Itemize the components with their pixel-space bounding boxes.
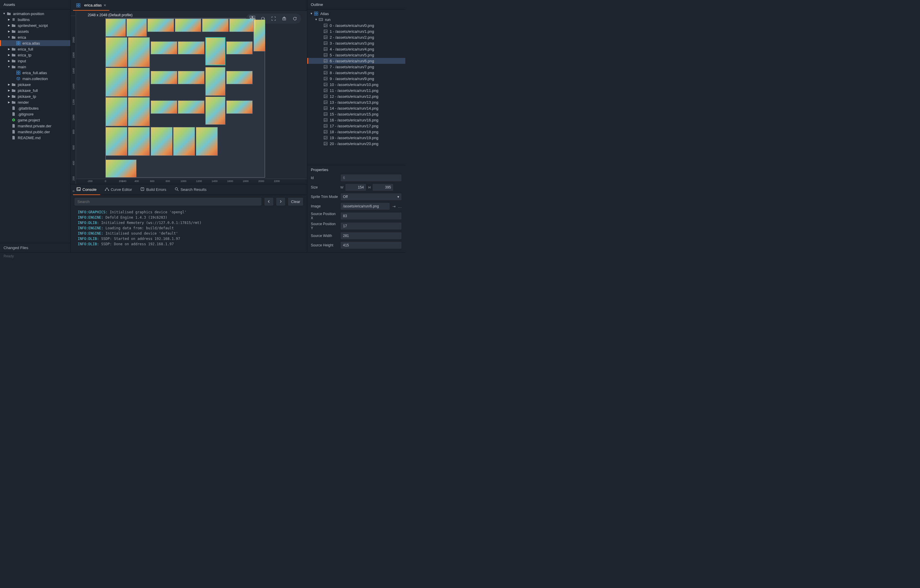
prop-image-goto-icon[interactable]: ⇥ bbox=[392, 204, 395, 209]
caret-down-icon[interactable]: ▼ bbox=[309, 12, 313, 15]
outline-item-frame-13[interactable]: 13 - /assets/erica/run/13.png bbox=[307, 99, 405, 105]
sprite-frame[interactable] bbox=[178, 71, 204, 84]
asset-item--gitignore[interactable]: .gitignore bbox=[0, 111, 70, 117]
caret-down-icon[interactable]: ▼ bbox=[7, 65, 11, 68]
sprite-frame[interactable] bbox=[151, 71, 177, 84]
caret-down-icon[interactable]: ▼ bbox=[7, 36, 11, 39]
sprite-frame[interactable] bbox=[178, 41, 204, 55]
asset-item-builtins[interactable]: ▶builtins bbox=[0, 16, 70, 23]
asset-item-erica-full[interactable]: ▶erica_full bbox=[0, 46, 70, 52]
caret-right-icon[interactable]: ▶ bbox=[7, 47, 11, 51]
sprite-frame[interactable] bbox=[105, 68, 127, 97]
asset-item-spritesheet-script[interactable]: ▶spritesheet_script bbox=[0, 23, 70, 28]
outline-item-run[interactable]: ▼run bbox=[307, 16, 405, 23]
caret-right-icon[interactable]: ▶ bbox=[7, 59, 11, 63]
asset-item-erica-atlas[interactable]: erica.atlas bbox=[0, 40, 70, 46]
asset-item-main-collection[interactable]: main.collection bbox=[0, 76, 70, 81]
asset-item-manifest-private-der[interactable]: manifest.private.der bbox=[0, 123, 70, 129]
sprite-frame[interactable] bbox=[128, 68, 150, 97]
asset-item-erica-full-atlas[interactable]: erica_full.atlas bbox=[0, 70, 70, 76]
outline-item-frame-18[interactable]: 18 - /assets/erica/run/18.png bbox=[307, 129, 405, 135]
outline-item-frame-0[interactable]: 0 - /assets/erica/run/0.png bbox=[307, 23, 405, 28]
sprite-frame[interactable] bbox=[105, 160, 136, 178]
sprite-frame[interactable] bbox=[128, 97, 150, 126]
outline-item-frame-6[interactable]: 6 - /assets/erica/run/6.png bbox=[307, 58, 405, 64]
bottom-tab-build-errors[interactable]: Build Errors bbox=[137, 185, 170, 195]
console-prev-button[interactable] bbox=[264, 198, 274, 206]
outline-item-frame-12[interactable]: 12 - /assets/erica/run/12.png bbox=[307, 93, 405, 99]
perspective-tool-icon[interactable] bbox=[281, 15, 287, 22]
caret-right-icon[interactable]: ▶ bbox=[7, 83, 11, 86]
asset-item-pickaxe-tp[interactable]: ▶pickaxe_tp bbox=[0, 93, 70, 99]
caret-right-icon[interactable]: ▶ bbox=[7, 89, 11, 92]
sprite-frame[interactable] bbox=[205, 67, 226, 96]
caret-down-icon[interactable]: ▼ bbox=[314, 18, 318, 21]
caret-right-icon[interactable]: ▶ bbox=[7, 94, 11, 98]
outline-item-frame-20[interactable]: 20 - /assets/erica/run/20.png bbox=[307, 141, 405, 147]
prop-sh-input[interactable] bbox=[340, 241, 402, 249]
console-search-input[interactable] bbox=[74, 198, 262, 206]
sprite-frame[interactable] bbox=[205, 37, 226, 65]
sprite-frame[interactable] bbox=[253, 19, 265, 52]
console-log[interactable]: INFO:GRAPHICS: Initialised graphics devi… bbox=[71, 208, 307, 252]
asset-item-main[interactable]: ▼main bbox=[0, 64, 70, 70]
caret-right-icon[interactable]: ▶ bbox=[7, 18, 11, 21]
asset-item-erica-tp[interactable]: ▶erica_tp bbox=[0, 52, 70, 58]
frame-tool-icon[interactable] bbox=[270, 15, 277, 22]
outline-item-frame-17[interactable]: 17 - /assets/erica/run/17.png bbox=[307, 123, 405, 129]
outline-tree[interactable]: ▼Atlas▼run0 - /assets/erica/run/0.png1 -… bbox=[307, 10, 405, 165]
sprite-frame[interactable] bbox=[105, 97, 127, 126]
sprite-frame[interactable] bbox=[196, 127, 218, 156]
outline-item-frame-1[interactable]: 1 - /assets/erica/run/1.png bbox=[307, 28, 405, 34]
outline-item-frame-14[interactable]: 14 - /assets/erica/run/14.png bbox=[307, 105, 405, 111]
asset-item-input[interactable]: ▶input bbox=[0, 58, 70, 64]
close-tab-icon[interactable]: ✕ bbox=[104, 3, 106, 7]
asset-item-game-project[interactable]: game.project bbox=[0, 117, 70, 123]
asset-item-erica[interactable]: ▼erica bbox=[0, 34, 70, 40]
sprite-frame[interactable] bbox=[178, 100, 204, 114]
bottom-tab-console[interactable]: Console bbox=[73, 185, 100, 195]
outline-item-frame-19[interactable]: 19 - /assets/erica/run/19.png bbox=[307, 135, 405, 141]
asset-item-animation-position[interactable]: ▼animation-position bbox=[0, 11, 70, 16]
asset-item-assets[interactable]: ▶assets bbox=[0, 28, 70, 34]
sprite-frame[interactable] bbox=[202, 19, 229, 32]
outline-item-frame-11[interactable]: 11 - /assets/erica/run/11.png bbox=[307, 87, 405, 93]
caret-down-icon[interactable]: ▼ bbox=[2, 12, 6, 15]
asset-item-render[interactable]: ▶render bbox=[0, 99, 70, 105]
outline-item-frame-8[interactable]: 8 - /assets/erica/run/8.png bbox=[307, 70, 405, 76]
sprite-frame[interactable] bbox=[128, 127, 150, 156]
sprite-frame[interactable] bbox=[173, 127, 195, 156]
bottom-tab-curve-editor[interactable]: Curve Editor bbox=[101, 185, 136, 195]
caret-right-icon[interactable]: ▶ bbox=[7, 53, 11, 57]
prop-image-input[interactable] bbox=[340, 202, 390, 210]
prop-trim-select[interactable]: Off ▾ bbox=[340, 193, 402, 201]
caret-right-icon[interactable]: ▶ bbox=[7, 24, 11, 27]
outline-item-frame-5[interactable]: 5 - /assets/erica/run/5.png bbox=[307, 52, 405, 58]
console-clear-button[interactable]: Clear bbox=[288, 198, 303, 206]
assets-tree[interactable]: ▼animation-position▶builtins▶spritesheet… bbox=[0, 10, 70, 243]
outline-item-frame-16[interactable]: 16 - /assets/erica/run/16.png bbox=[307, 117, 405, 123]
refresh-tool-icon[interactable] bbox=[292, 15, 298, 22]
canvas-area[interactable]: 2048 x 2048 (Default profile) bbox=[76, 11, 307, 179]
outline-item-frame-9[interactable]: 9 - /assets/erica/run/9.png bbox=[307, 76, 405, 81]
sprite-frame[interactable] bbox=[229, 19, 256, 32]
sprite-frame[interactable] bbox=[151, 41, 177, 55]
caret-right-icon[interactable]: ▶ bbox=[7, 29, 11, 33]
editor-tab-erica-atlas[interactable]: erica.atlas ✕ bbox=[73, 0, 109, 10]
outline-item-frame-2[interactable]: 2 - /assets/erica/run/2.png bbox=[307, 34, 405, 40]
sprite-frame[interactable] bbox=[226, 100, 253, 114]
outline-item-frame-4[interactable]: 4 - /assets/erica/run/4.png bbox=[307, 46, 405, 52]
sprite-frame[interactable] bbox=[126, 19, 147, 37]
sprite-frame[interactable] bbox=[175, 19, 201, 32]
sprite-frame[interactable] bbox=[105, 127, 127, 156]
sprite-frame[interactable] bbox=[226, 41, 253, 55]
sprite-frame[interactable] bbox=[151, 127, 173, 156]
asset-item-readme-md[interactable]: README.md bbox=[0, 135, 70, 141]
atlas-viewport[interactable]: 0200400600800100012001400160018002000 20… bbox=[71, 11, 307, 184]
sprite-frame[interactable] bbox=[205, 97, 226, 125]
sprite-frame[interactable] bbox=[147, 19, 174, 32]
sprite-frame[interactable] bbox=[105, 19, 126, 37]
caret-right-icon[interactable]: ▶ bbox=[7, 100, 11, 104]
outline-item-frame-15[interactable]: 15 - /assets/erica/run/15.png bbox=[307, 111, 405, 117]
prop-spx-input[interactable] bbox=[340, 212, 402, 220]
